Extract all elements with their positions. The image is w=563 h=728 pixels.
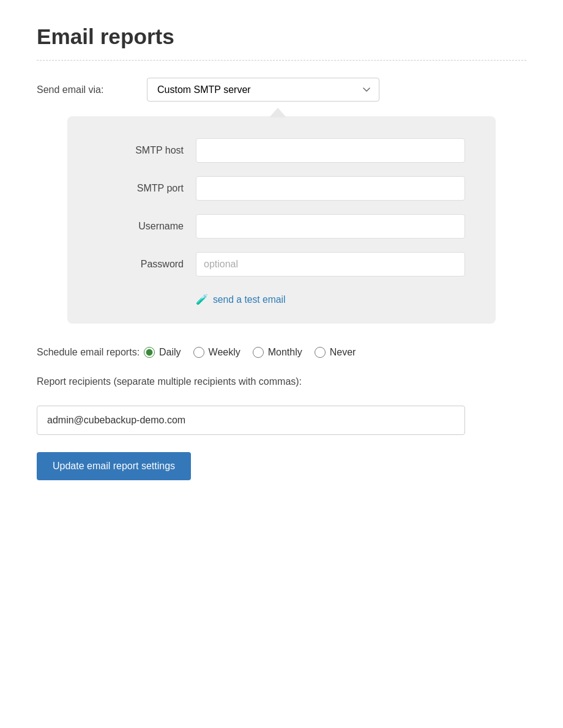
- smtp-select[interactable]: Custom SMTP serverDefault mailerGmailSen…: [147, 78, 379, 102]
- radio-option-never[interactable]: Never: [315, 347, 356, 358]
- recipients-label: Report recipients (separate multiple rec…: [37, 376, 526, 387]
- smtp-password-input[interactable]: [196, 252, 465, 277]
- recipients-input[interactable]: [37, 406, 465, 435]
- update-button[interactable]: Update email report settings: [37, 452, 191, 480]
- smtp-username-label: Username: [98, 221, 184, 232]
- radio-monthly-label: Monthly: [268, 347, 302, 358]
- radio-weekly[interactable]: [193, 347, 204, 358]
- smtp-host-label: SMTP host: [98, 145, 184, 156]
- radio-monthly[interactable]: [253, 347, 264, 358]
- radio-daily[interactable]: [144, 347, 155, 358]
- page-title: Email reports: [37, 24, 526, 49]
- schedule-label: Schedule email reports:: [37, 346, 144, 359]
- smtp-port-input[interactable]: [196, 176, 465, 201]
- radio-option-daily[interactable]: Daily: [144, 347, 181, 358]
- send-email-label: Send email via:: [37, 84, 147, 95]
- send-test-email-link[interactable]: 🧪 send a test email: [196, 294, 285, 305]
- schedule-radio-group: Daily Weekly Monthly Never: [144, 347, 356, 358]
- flask-icon: 🧪: [196, 294, 208, 305]
- smtp-username-input[interactable]: [196, 214, 465, 239]
- test-email-text: send a test email: [213, 294, 285, 305]
- smtp-host-input[interactable]: [196, 138, 465, 163]
- radio-never[interactable]: [315, 347, 326, 358]
- radio-daily-label: Daily: [159, 347, 181, 358]
- smtp-password-label: Password: [98, 259, 184, 270]
- radio-option-monthly[interactable]: Monthly: [253, 347, 302, 358]
- smtp-panel: SMTP host SMTP port Username Password 🧪 …: [67, 116, 496, 324]
- panel-arrow: [269, 108, 286, 117]
- radio-option-weekly[interactable]: Weekly: [193, 347, 240, 358]
- radio-weekly-label: Weekly: [209, 347, 240, 358]
- radio-never-label: Never: [330, 347, 356, 358]
- smtp-port-label: SMTP port: [98, 183, 184, 194]
